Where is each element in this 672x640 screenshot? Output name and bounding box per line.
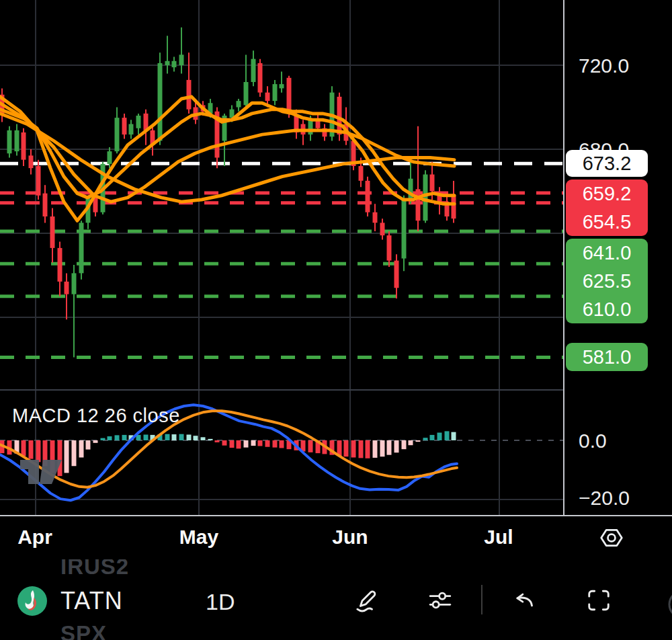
edge-partial-icon — [664, 588, 672, 621]
price-level-badge[interactable]: 654.5 — [566, 208, 648, 236]
tradingview-logo-icon — [17, 453, 65, 491]
draw-tool-button[interactable] — [353, 588, 378, 613]
macd-indicator-label: MACD 12 26 close — [12, 405, 180, 427]
bottom-toolbar: IRUS2 SPX TATN 1D — [0, 559, 672, 640]
price-level-badge[interactable]: 641.0 — [566, 239, 648, 267]
fullscreen-button[interactable] — [586, 588, 612, 613]
x-axis-label: Jul — [484, 526, 513, 549]
watchlist-ghost-item-above[interactable]: IRUS2 — [60, 559, 129, 579]
pencil-icon — [353, 588, 378, 613]
price-level-badge[interactable]: 673.2 — [566, 150, 648, 177]
price-level-badge[interactable]: 610.0 — [566, 295, 648, 323]
watchlist-ghost-item-below[interactable]: SPX — [60, 621, 107, 640]
price-axis[interactable]: 720.0680.00.0−20.0673.2659.2654.5641.062… — [563, 0, 672, 559]
price-axis-tick: −20.0 — [579, 487, 659, 510]
fullscreen-brackets-icon — [586, 588, 612, 613]
symbol-label: TATN — [60, 587, 123, 615]
price-level-badge[interactable]: 581.0 — [566, 343, 648, 371]
chart-canvas[interactable]: MACD 12 26 close — [0, 0, 563, 515]
undo-button[interactable] — [512, 588, 538, 613]
x-axis-label: Apr — [17, 526, 52, 549]
undo-arrow-icon — [512, 588, 538, 613]
axis-settings-hexagon-icon[interactable] — [599, 526, 624, 549]
price-level-badge[interactable]: 659.2 — [566, 179, 648, 208]
price-axis-tick: 720.0 — [579, 54, 659, 77]
trading-app-screen: MACD 12 26 close 720.0680.00.0−20.0673.2… — [0, 0, 672, 640]
indicator-settings-button[interactable] — [427, 588, 453, 613]
sliders-icon — [427, 588, 453, 613]
x-axis-label: May — [179, 526, 218, 549]
price-axis-tick: 0.0 — [579, 430, 659, 452]
price-level-badge[interactable]: 625.5 — [566, 267, 648, 295]
tatneft-logo-icon — [16, 585, 48, 617]
x-axis-label: Jun — [332, 526, 368, 549]
candlestick-macd-chart[interactable] — [0, 0, 563, 515]
symbol-button[interactable]: TATN — [16, 585, 123, 617]
time-axis[interactable]: AprMayJunJul — [0, 515, 672, 559]
interval-button[interactable]: 1D — [206, 589, 235, 615]
toolbar-divider — [481, 585, 482, 614]
